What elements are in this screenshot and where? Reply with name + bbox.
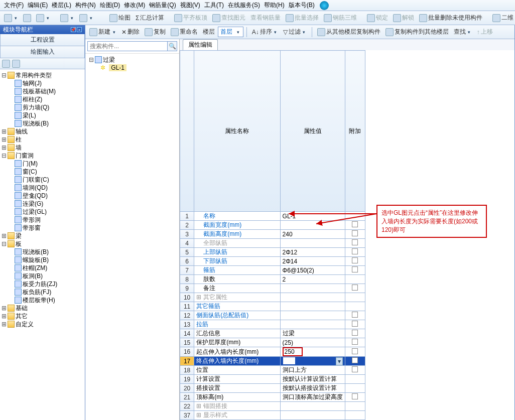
prop-row[interactable]: 18位置洞口上方 [180,366,365,375]
new-file-button[interactable] [2,13,20,23]
tree-node[interactable]: 连梁(G) [1,200,84,208]
prop-row[interactable]: 12侧面纵筋(总配筋值) [180,311,365,320]
prop-row[interactable]: 13拉筋 [180,320,365,329]
prop-row[interactable]: 6下部纵筋2Φ14 [180,257,365,266]
tree-node[interactable]: 剪力墙(Q) [1,103,84,111]
tree-node[interactable]: ⊞基础 [1,304,84,312]
checkbox[interactable] [352,357,358,363]
sort-button[interactable]: A↓ 排序 [250,27,280,37]
prop-row[interactable]: 8肢数2 [180,275,365,284]
prop-row[interactable]: 22⊞ 锚固搭接 [180,402,365,411]
tree-node[interactable]: ⊞其它 [1,312,84,320]
tree-node[interactable]: 现浇板(B) [1,248,84,256]
checkbox[interactable] [352,366,358,372]
close-icon[interactable]: × [77,27,82,32]
find-elem-button[interactable]: 查找图元 [210,13,247,23]
copy-to-button[interactable]: 复制构件到其他楼层 [383,27,451,37]
tree-node[interactable]: ⊟门窗洞 [1,152,84,160]
menu-item[interactable]: 楼层(L) [50,0,73,11]
redo-button[interactable] [77,13,95,23]
prop-row[interactable]: 2截面宽度(mm) [180,221,365,230]
checkbox[interactable] [352,257,358,263]
checkbox[interactable] [352,266,358,272]
tree-node[interactable]: 板洞(B) [1,272,84,280]
tree-node[interactable]: 门联窗(C) [1,176,84,184]
tree-node[interactable]: ⊞梁 [1,232,84,240]
prop-row[interactable]: 19计算设置按默认计算设置计算 [180,375,365,384]
checkbox[interactable] [352,239,358,245]
menu-item[interactable]: 工具(T) [202,0,226,11]
menu-item[interactable]: 文件(F) [2,0,26,11]
tree-node[interactable]: 楼层板带(H) [1,296,84,304]
copy-comp-button[interactable]: 复制 [143,27,168,37]
steel-3d-button[interactable]: 钢筋三维 [322,13,359,23]
del-comp-button[interactable]: ✕ 删除 [119,27,142,37]
tree-node[interactable]: 板负筋(FJ) [1,288,84,296]
tree-node[interactable]: ⊞柱 [1,135,84,144]
lock-button[interactable]: 锁定 [365,13,390,23]
tree-node[interactable]: 带形洞 [1,216,84,224]
checkbox[interactable] [352,285,358,291]
sum-button[interactable]: Σ 汇总计算 [134,13,166,23]
tree-node[interactable]: 轴网(J) [1,79,84,87]
tree-node[interactable]: 筏板基础(M) [1,87,84,95]
tree-node[interactable]: 门(M) [1,160,84,168]
tree-node[interactable]: 带形窗 [1,224,84,232]
tab-property-edit[interactable]: 属性编辑 [183,39,218,50]
checkbox[interactable] [352,330,358,336]
prop-row[interactable]: 7箍筋Φ6@150(2) [180,266,365,275]
undo-button[interactable] [58,13,76,23]
pin-icon[interactable]: 📌 [71,27,76,32]
prop-row[interactable]: 14汇总信息过梁 [180,329,365,338]
tree-node[interactable]: ⊟常用构件类型 [1,71,84,79]
rename-button[interactable]: 重命名 [169,27,200,37]
prop-row[interactable]: 20搭接设置按默认搭接设置计算 [180,384,365,393]
nav-tool-2[interactable] [12,60,20,68]
checkbox[interactable] [352,248,358,254]
open-button[interactable] [21,13,33,23]
tree-node[interactable]: 柱帽(ZM) [1,264,84,272]
prop-row[interactable]: 16起点伸入墙内长度(mm)250 [180,347,365,357]
checkbox[interactable] [352,339,358,345]
menu-item[interactable]: 修改(M) [122,0,147,11]
tree-node[interactable]: ⊞墙 [1,144,84,152]
new-comp-button[interactable]: 新建 [87,27,118,37]
nav-tab-project[interactable]: 工程设置 [0,34,85,46]
prop-row[interactable]: 4全部纵筋 [180,239,365,248]
tree-node-gl1[interactable]: GL-1 [109,64,126,71]
look-rebar-button[interactable]: 查看钢筋量 [248,13,283,23]
tree-node[interactable]: ⊟板 [1,240,84,248]
tree-node[interactable]: 框柱(Z) [1,95,84,103]
checkbox[interactable] [352,393,358,399]
prop-row[interactable]: 11其它箍筋 [180,302,365,311]
up-button[interactable]: ↑ 上移 [475,27,495,37]
checkbox[interactable] [352,321,358,327]
copy-from-button[interactable]: 从其他楼层复制构件 [315,27,382,37]
menu-item[interactable]: 绘图(D) [98,0,122,11]
component-tree[interactable]: ⊟过梁 ✲ GL-1 [85,54,179,74]
unlock-button[interactable]: 解锁 [391,13,416,23]
tree-node-root[interactable]: 过梁 [103,56,115,64]
filter-button[interactable]: ▽ 过滤 [281,27,309,37]
tree-node[interactable]: ⊞轴线 [1,127,84,135]
tree-node[interactable]: 梁(L) [1,111,84,119]
batch-del-button[interactable]: 批量删除未使用构件 [417,13,484,23]
view-2d-button[interactable]: 二维 [490,13,515,23]
tree-node[interactable]: 墙洞(QD) [1,184,84,192]
prop-row[interactable]: 5上部纵筋2Φ12 [180,248,365,257]
tree-node[interactable]: 壁龛(QD) [1,192,84,200]
prop-row[interactable]: 37⊞ 显示样式 [180,411,365,420]
prop-row[interactable]: 1名称GL-1 [180,212,365,221]
prop-row[interactable]: 21顶标高(m)洞口顶标高加过梁高度 [180,393,365,402]
tree-node[interactable]: 过梁(GL) [1,208,84,216]
menu-item[interactable]: 版本号(B) [287,0,317,11]
prop-row[interactable]: 10⊞ 其它属性 [180,293,365,302]
prop-row[interactable]: 3截面高度(mm)240 [180,230,365,239]
tree-node[interactable]: 板受力筋(ZJ) [1,280,84,288]
tree-node[interactable]: 现浇板(B) [1,119,84,127]
menu-item[interactable]: 钢筋量(Q) [147,0,178,11]
batch-select-button[interactable]: 批量选择 [284,13,321,23]
menu-item[interactable]: 帮助(H) [262,0,287,11]
menu-item[interactable]: 构件(N) [73,0,98,11]
prop-row[interactable]: 9备注 [180,284,365,293]
